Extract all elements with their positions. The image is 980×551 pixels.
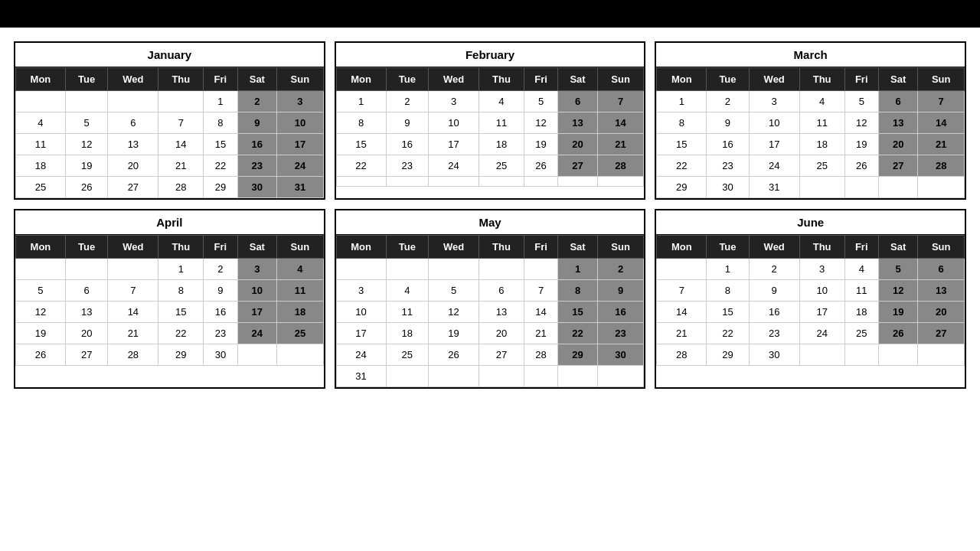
day-cell: 13 (479, 302, 524, 323)
day-header-sun: Sun (918, 68, 965, 91)
day-cell: 20 (878, 134, 918, 155)
day-cell: 14 (657, 302, 707, 323)
calendars-grid: JanuaryMonTueWedThuFriSatSun123456789101… (0, 35, 980, 395)
day-cell: 19 (65, 155, 108, 177)
day-header-tue: Tue (386, 236, 429, 259)
day-cell (844, 344, 878, 366)
day-cell (65, 91, 108, 112)
day-header-sat: Sat (558, 236, 598, 259)
day-cell: 27 (878, 155, 918, 177)
month-block-february: FebruaryMonTueWedThuFriSatSun12345678910… (335, 41, 646, 200)
day-cell: 6 (558, 91, 598, 112)
day-cell: 14 (524, 302, 557, 323)
day-cell: 19 (878, 302, 918, 323)
day-cell: 31 (336, 366, 386, 387)
day-cell: 25 (799, 155, 844, 177)
day-header-mon: Mon (336, 236, 386, 259)
day-cell: 17 (429, 134, 479, 155)
day-cell: 21 (657, 323, 707, 344)
day-cell: 30 (707, 177, 750, 198)
day-cell: 21 (108, 323, 158, 344)
day-cell: 18 (799, 134, 844, 155)
day-cell: 2 (386, 91, 429, 112)
day-cell (918, 344, 965, 366)
day-cell: 22 (158, 323, 204, 344)
day-cell: 6 (479, 280, 524, 302)
day-cell (524, 259, 557, 280)
day-header-sat: Sat (878, 68, 918, 91)
day-cell (277, 344, 324, 366)
day-cell: 27 (108, 177, 158, 198)
day-header-thu: Thu (799, 236, 844, 259)
day-cell: 24 (237, 323, 277, 344)
day-cell: 17 (277, 134, 324, 155)
day-header-mon: Mon (16, 68, 66, 91)
day-cell (878, 344, 918, 366)
day-cell: 29 (204, 177, 237, 198)
day-cell: 5 (429, 280, 479, 302)
day-cell: 8 (336, 112, 386, 134)
day-cell: 27 (65, 344, 108, 366)
day-cell: 15 (204, 134, 237, 155)
day-cell (429, 177, 479, 187)
month-title: March (656, 43, 965, 67)
day-header-thu: Thu (479, 68, 524, 91)
day-header-sat: Sat (878, 236, 918, 259)
day-cell: 5 (16, 280, 66, 302)
day-cell: 11 (277, 280, 324, 302)
day-cell: 9 (707, 112, 750, 134)
day-cell (108, 91, 158, 112)
day-header-sat: Sat (558, 68, 598, 91)
day-cell: 28 (158, 177, 204, 198)
day-cell: 20 (65, 323, 108, 344)
month-table: MonTueWedThuFriSatSun1234567891011121314… (336, 67, 645, 187)
day-cell: 5 (844, 91, 878, 112)
month-block-march: MarchMonTueWedThuFriSatSun12345678910111… (655, 41, 966, 200)
day-cell: 26 (429, 344, 479, 366)
day-cell: 11 (844, 280, 878, 302)
day-cell: 29 (707, 344, 750, 366)
day-cell: 30 (749, 344, 799, 366)
day-header-sun: Sun (597, 236, 644, 259)
year-header (0, 0, 980, 28)
day-cell: 9 (386, 112, 429, 134)
day-cell: 5 (878, 259, 918, 280)
month-title: February (336, 43, 645, 67)
day-cell: 4 (799, 91, 844, 112)
day-cell: 13 (108, 134, 158, 155)
day-header-sun: Sun (277, 68, 324, 91)
day-cell: 6 (878, 91, 918, 112)
day-header-mon: Mon (336, 68, 386, 91)
day-cell (386, 177, 429, 187)
day-cell: 23 (749, 323, 799, 344)
day-header-sun: Sun (277, 236, 324, 259)
day-cell (336, 259, 386, 280)
month-table: MonTueWedThuFriSatSun1234567891011121314… (15, 67, 324, 198)
day-cell: 22 (657, 155, 707, 177)
day-cell (558, 366, 598, 387)
day-header-tue: Tue (65, 68, 108, 91)
month-title: April (15, 210, 324, 235)
day-cell: 30 (597, 344, 644, 366)
day-cell: 2 (597, 259, 644, 280)
day-cell: 22 (558, 323, 598, 344)
day-cell: 24 (336, 344, 386, 366)
day-header-sun: Sun (597, 68, 644, 91)
day-cell: 12 (65, 134, 108, 155)
day-cell: 11 (479, 112, 524, 134)
day-header-wed: Wed (749, 68, 799, 91)
day-cell (844, 177, 878, 198)
day-cell: 19 (429, 323, 479, 344)
month-title: June (656, 210, 965, 235)
day-cell (524, 366, 557, 387)
day-cell: 29 (558, 344, 598, 366)
day-cell: 12 (878, 280, 918, 302)
day-cell: 19 (844, 134, 878, 155)
day-cell: 16 (237, 134, 277, 155)
day-cell: 26 (65, 177, 108, 198)
day-header-mon: Mon (657, 236, 707, 259)
day-cell: 24 (799, 323, 844, 344)
day-cell: 2 (707, 91, 750, 112)
day-cell: 29 (657, 177, 707, 198)
day-cell: 17 (799, 302, 844, 323)
